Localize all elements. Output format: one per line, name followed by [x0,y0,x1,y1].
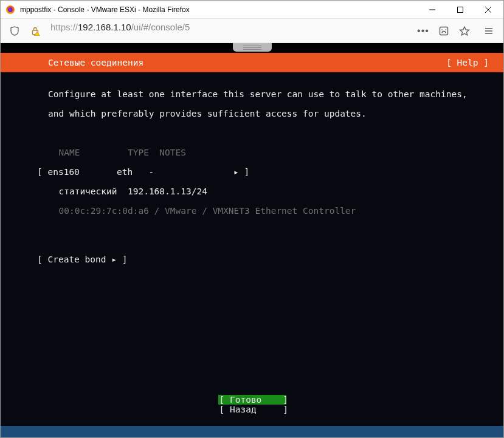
iface-mac: 00:0c:29:7c:0d:a6 / VMware / VMXNET3 Eth… [58,206,356,216]
header-notes: NOTES [159,148,186,157]
interface-addr-row: статический 192.168.1.13/24 [48,186,489,196]
terminal-body: Configure at least one interface this se… [1,72,503,284]
svg-point-9 [441,29,443,30]
url-bar: https://192.168.1.10/ui/#/console/5 ••• [1,19,503,43]
window-title: mppostfix - Console - VMware ESXi - Mozi… [20,5,418,14]
lock-warning-icon[interactable] [26,22,44,40]
done-button[interactable]: [ Готово ] [218,395,286,405]
screen-header: Сетевые соединения [ Help ] [1,53,503,72]
minimize-button[interactable] [418,1,446,19]
header-name: NAME [58,148,80,157]
bookmark-star-icon[interactable] [455,22,474,40]
help-button[interactable]: [ Help ] [446,58,489,67]
window-controls [418,1,502,19]
iface-type: eth [117,167,133,177]
iface-addr: 192.168.1.13/24 [128,186,207,196]
tracking-shield-icon[interactable] [5,22,24,40]
svg-marker-7 [35,32,40,36]
description-line-2: and which preferably provides sufficient… [48,109,489,118]
url-prefix: https:// [50,22,78,32]
description-line-1: Configure at least one interface this se… [48,89,489,99]
svg-point-10 [445,29,446,30]
close-button[interactable] [474,1,502,19]
iface-notes: - [148,167,154,177]
interface-mac-row: 00:0c:29:7c:0d:a6 / VMware / VMXNET3 Eth… [48,206,489,216]
iface-left-bracket: [ [37,167,43,177]
url-actions: ••• [413,22,474,40]
console-top-bar [1,43,503,53]
back-button[interactable]: [ Назад ] [218,405,286,414]
page-actions-icon[interactable]: ••• [413,22,433,40]
table-headers: NAME TYPE NOTES [48,148,489,157]
bottom-buttons: [ Готово ] [ Назад ] [1,395,503,414]
console-handle-icon[interactable] [233,43,272,52]
vmware-footer-bar [1,426,503,438]
url-host: 192.168.1.10 [78,22,131,32]
create-bond-button[interactable]: [ Create bond ▸ ] [48,255,489,264]
window-titlebar: mppostfix - Console - VMware ESXi - Mozi… [1,1,503,19]
screen-title: Сетевые соединения [48,58,446,67]
console-area: Сетевые соединения [ Help ] Configure at… [1,43,503,438]
url-input[interactable]: https://192.168.1.10/ui/#/console/5 [47,22,411,40]
iface-mode: статический [58,186,117,196]
reader-icon[interactable] [434,22,454,40]
iface-arrow: ▸ ] [233,167,249,177]
iface-name: ens160 [47,167,79,177]
menu-hamburger-icon[interactable] [479,22,499,40]
firefox-icon [5,5,15,15]
header-type: TYPE [128,148,149,157]
svg-rect-3 [458,7,463,12]
maximize-button[interactable] [446,1,474,19]
interface-row[interactable]: [ ens160 eth - ▸ ] [48,167,489,177]
url-path: /ui/#/console/5 [131,22,190,32]
